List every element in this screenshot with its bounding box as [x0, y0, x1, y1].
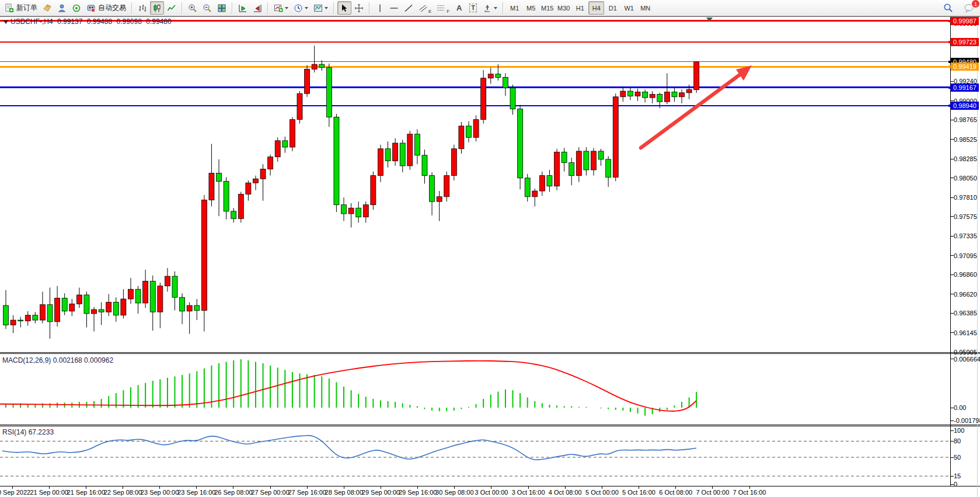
bar-chart-button[interactable]: [135, 1, 149, 15]
chart-marker-icon: [4, 20, 8, 24]
new-order-button[interactable]: 新订单: [2, 1, 40, 15]
toolbar-separator: [503, 2, 504, 14]
toolbar-separator: [182, 2, 183, 14]
timeframe-h4[interactable]: H4: [588, 1, 604, 15]
timeframe-m1[interactable]: M1: [507, 1, 522, 15]
toolbar-separator: [369, 2, 370, 14]
trend-arrow-shaft: [641, 74, 741, 148]
low-value: 0.99098: [116, 18, 141, 26]
template-icon: [313, 4, 323, 13]
cursor-tool-button[interactable]: [337, 1, 351, 15]
market-watch-button[interactable]: [40, 1, 54, 15]
vertical-line-tool[interactable]: [373, 1, 386, 15]
main-toolbar: 新订单 自动交易: [0, 0, 980, 16]
timeframe-mn[interactable]: MN: [637, 1, 653, 15]
cursor-arrow-icon: [340, 4, 349, 13]
price-tag-icon: [43, 4, 52, 13]
vertical-line-icon: [376, 4, 384, 13]
text-tool-icon: A: [456, 4, 462, 12]
auto-trading-label: 自动交易: [98, 3, 126, 13]
data-window-button[interactable]: [55, 1, 69, 15]
dropdown-caret: [494, 7, 497, 9]
trendline-icon: [404, 4, 413, 13]
clock-icon: [294, 4, 303, 13]
toolbar-separator: [232, 2, 233, 14]
chart-title: USDCHF-,H4 0.99137 0.99488 0.99098 0.994…: [4, 18, 174, 26]
dropdown-caret: [325, 7, 328, 9]
arrows-tool-icon: [483, 4, 492, 13]
channel-sub-label: E: [428, 9, 431, 14]
templates-button[interactable]: [311, 1, 330, 15]
crosshair-icon: [354, 4, 364, 13]
candlestick-chart-button[interactable]: [150, 1, 164, 15]
notifications-button[interactable]: 1: [961, 1, 976, 15]
periods-button[interactable]: [291, 1, 311, 15]
horizontal-line-icon: [389, 4, 399, 13]
channel-icon: [418, 4, 428, 13]
chart-shift-icon: [253, 4, 262, 13]
trendline-tool[interactable]: [402, 1, 416, 15]
close-value: 0.99480: [146, 18, 171, 26]
timeframe-m30[interactable]: M30: [556, 1, 571, 15]
strategy-tester-button[interactable]: [69, 1, 83, 15]
dropdown-caret: [305, 7, 308, 9]
timeframe-h1[interactable]: H1: [572, 1, 588, 15]
data-window-icon: [57, 4, 67, 13]
line-chart-button[interactable]: [165, 1, 179, 15]
auto-scroll-icon: [238, 4, 247, 13]
auto-trading-button[interactable]: 自动交易: [84, 1, 128, 15]
tile-windows-button[interactable]: [215, 1, 229, 15]
tile-windows-icon: [217, 4, 226, 13]
fibonacci-tool[interactable]: F: [434, 1, 452, 15]
notification-count-badge: 1: [971, 0, 980, 8]
candlestick-icon: [152, 4, 162, 13]
high-value: 0.99488: [87, 18, 112, 26]
indicators-icon: [274, 4, 283, 13]
signal-icon: [72, 4, 81, 13]
open-value: 0.99137: [57, 18, 82, 26]
mt4-window: { "toolbar": { "new_order_label": "新订单",…: [0, 0, 980, 497]
chart-shift-button[interactable]: [250, 1, 264, 15]
macd-indicator-label: MACD(12,26,9) 0.002168 0.000962: [2, 356, 113, 364]
macd-signal-line: [0, 361, 696, 411]
crosshair-tool-button[interactable]: [352, 1, 366, 15]
arrows-tool[interactable]: [480, 1, 500, 15]
horizontal-line-tool[interactable]: [387, 1, 401, 15]
zoom-out-icon: [203, 4, 212, 13]
auto-scroll-button[interactable]: [236, 1, 250, 15]
bar-chart-icon: [138, 4, 147, 13]
macd-histogram: [6, 359, 696, 415]
text-label-tool[interactable]: T: [466, 1, 480, 15]
new-order-label: 新订单: [16, 3, 37, 13]
rsi-indicator-label: RSI(14) 67.2233: [2, 428, 54, 436]
timeframe-d1[interactable]: D1: [605, 1, 620, 15]
toolbar-separator: [131, 2, 132, 14]
candles-series: [4, 46, 699, 339]
new-order-icon: [5, 4, 14, 13]
indicators-button[interactable]: [271, 1, 291, 15]
text-label-icon: T: [469, 4, 477, 12]
search-button[interactable]: [941, 1, 955, 15]
symbol-period-label: USDCHF-,H4: [11, 18, 53, 26]
dropdown-caret: [285, 7, 288, 9]
chart-canvas[interactable]: [0, 0, 980, 497]
zoom-in-icon: [188, 4, 197, 13]
toolbar-separator: [267, 2, 268, 14]
timeframe-w1[interactable]: W1: [621, 1, 637, 15]
rsi-line: [2, 436, 696, 460]
line-chart-icon: [167, 4, 176, 13]
zoom-out-button[interactable]: [200, 1, 214, 15]
timeframe-m5[interactable]: M5: [523, 1, 539, 15]
text-tool[interactable]: A: [452, 1, 466, 15]
fibonacci-sub-label: F: [447, 9, 449, 14]
toolbar-separator: [333, 2, 334, 14]
equidistant-channel-tool[interactable]: E: [416, 1, 434, 15]
auto-trading-icon: [86, 4, 96, 13]
search-icon: [943, 3, 953, 13]
timeframe-m15[interactable]: M15: [539, 1, 555, 15]
zoom-in-button[interactable]: [186, 1, 200, 15]
fibonacci-icon: [437, 4, 446, 13]
